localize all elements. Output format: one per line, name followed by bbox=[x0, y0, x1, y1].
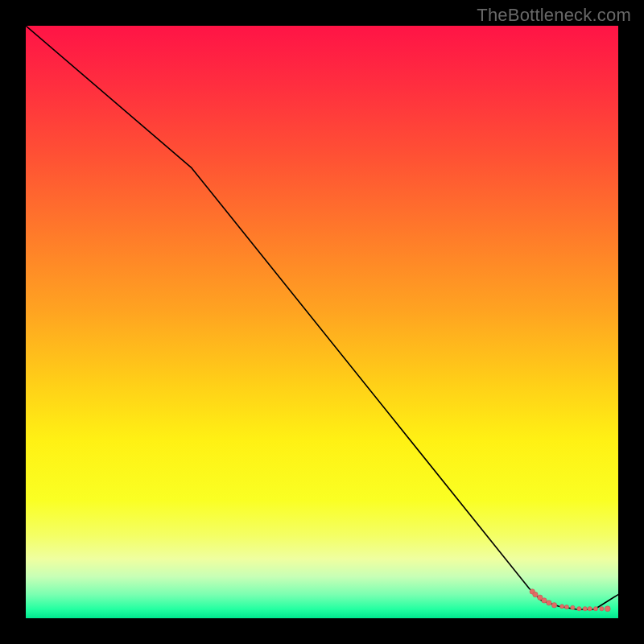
plot-area bbox=[26, 26, 618, 618]
marker-point-13 bbox=[600, 607, 604, 611]
marker-point-3 bbox=[542, 598, 547, 603]
chart-frame: TheBottleneck.com bbox=[0, 0, 644, 644]
marker-point-6 bbox=[559, 605, 564, 609]
gradient-background bbox=[26, 26, 618, 618]
marker-point-4 bbox=[547, 601, 551, 605]
marker-point-1 bbox=[533, 592, 538, 597]
marker-point-14 bbox=[605, 606, 610, 612]
marker-point-7 bbox=[564, 605, 568, 609]
marker-point-5 bbox=[551, 603, 556, 608]
chart-svg bbox=[26, 26, 618, 618]
marker-point-9 bbox=[577, 607, 581, 611]
marker-point-8 bbox=[571, 605, 575, 609]
marker-point-12 bbox=[593, 607, 597, 611]
marker-point-11 bbox=[588, 607, 592, 611]
watermark-text: TheBottleneck.com bbox=[477, 5, 631, 26]
marker-point-10 bbox=[583, 607, 587, 611]
